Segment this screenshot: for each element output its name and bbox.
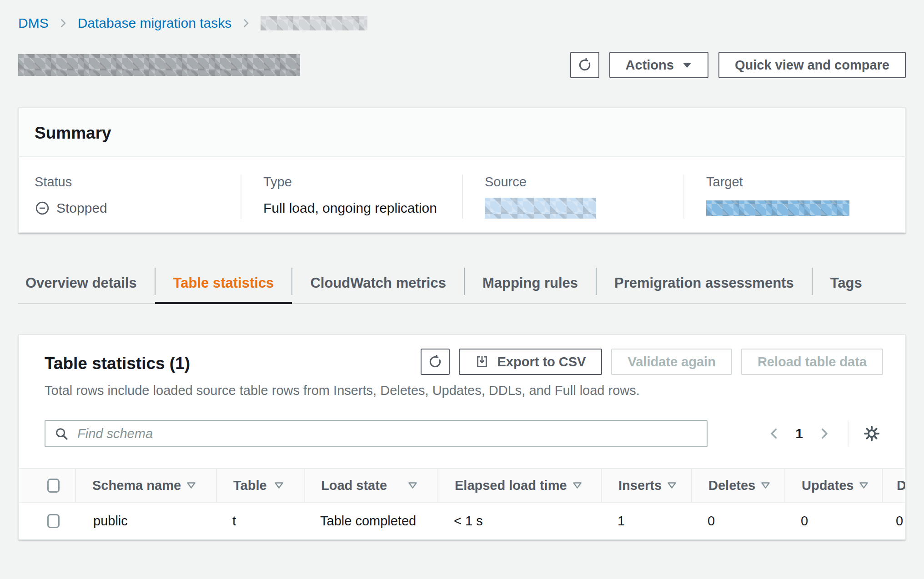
row-checkbox[interactable] [47,514,60,528]
source-value-redacted[interactable] [485,198,596,219]
refresh-button[interactable] [570,52,599,78]
breadcrumb-link-migration-tasks[interactable]: Database migration tasks [78,15,232,31]
tab-table-statistics[interactable]: Table statistics [155,266,292,303]
page-number: 1 [783,426,815,441]
actions-button[interactable]: Actions [609,52,708,78]
prev-page-button[interactable] [764,424,783,443]
column-label: Table [233,478,267,493]
target-field: Target [683,175,905,219]
schema-search-input[interactable] [76,426,699,442]
column-header-load-state[interactable]: Load state [304,469,437,502]
tab-overview-details[interactable]: Overview details [18,266,155,303]
column-label: Inserts [618,478,662,493]
column-header-elapsed-load-time[interactable]: Elapsed load time [437,469,601,502]
breadcrumb: DMS Database migration tasks [18,0,906,31]
column-label: Deletes [708,478,755,493]
summary-card-header: Summary [19,108,905,157]
column-header-updates[interactable]: Updates [784,469,882,502]
sort-icon[interactable] [667,482,677,489]
stats-table: Schema name Table Load state Elapsed loa… [19,468,905,539]
panel-actions: Export to CSV Validate again Reload tabl… [421,349,883,375]
breadcrumb-link-dms[interactable]: DMS [18,15,49,31]
source-field: Source [462,175,683,219]
type-value: Full load, ongoing replication [263,198,451,219]
search-icon [55,427,68,440]
column-label: D [897,478,906,493]
next-page-button[interactable] [815,424,834,443]
sort-icon[interactable] [859,482,869,489]
sort-icon[interactable] [186,482,196,489]
column-header-deletes[interactable]: Deletes [691,469,784,502]
source-label: Source [485,175,673,190]
sort-icon[interactable] [572,482,582,489]
panel-description: Total rows include loaded source table r… [19,383,905,398]
cell-inserts: 1 [601,514,691,529]
gear-icon [862,424,881,443]
page-header: Actions Quick view and compare [18,52,906,78]
schema-search-box [45,420,708,447]
stopped-icon [35,200,50,216]
chevron-right-icon [241,18,251,29]
panel-header: Table statistics (1) Export to CSV [19,353,905,375]
refresh-table-button[interactable] [421,349,450,375]
column-header-schema-name[interactable]: Schema name [75,469,216,502]
tab-cloudwatch-metrics[interactable]: CloudWatch metrics [292,266,464,303]
caret-down-icon [682,62,692,69]
chevron-right-icon [58,18,69,29]
column-label: Elapsed load time [455,478,567,493]
table-statistics-panel: Table statistics (1) Export to CSV [18,334,906,540]
chevron-right-icon [818,427,831,440]
cell-deletes: 0 [691,514,784,529]
column-label: Load state [321,478,387,493]
pagination: 1 [764,420,883,447]
reload-table-data-label: Reload table data [758,354,867,369]
cell-clipped: 0 [882,514,906,529]
sort-icon[interactable] [408,482,417,489]
sort-icon[interactable] [761,482,770,489]
page-title-redacted [18,54,300,76]
tab-premigration-assessments[interactable]: Premigration assessments [596,266,812,303]
column-label: Schema name [92,478,181,493]
target-value [706,198,894,219]
reload-table-data-button[interactable]: Reload table data [741,349,883,375]
tab-mapping-rules[interactable]: Mapping rules [464,266,596,303]
column-header-table[interactable]: Table [216,469,304,502]
cell-table: t [216,514,304,529]
tab-tags[interactable]: Tags [812,266,880,303]
status-value-text: Stopped [56,200,107,216]
quick-view-compare-button[interactable]: Quick view and compare [718,52,906,78]
table-header-row: Schema name Table Load state Elapsed loa… [19,468,905,503]
source-value [485,198,673,219]
header-toolbar: Actions Quick view and compare [570,52,906,78]
summary-fields: Status Stopped Type Full load, ongoing r… [19,157,905,232]
export-csv-label: Export to CSV [497,354,586,369]
preferences-button[interactable] [860,422,883,445]
target-value-redacted[interactable] [706,200,849,216]
cell-schema-name: public [75,514,216,529]
dms-task-page: DMS Database migration tasks Actions [0,0,924,540]
panel-title: Table statistics (1) [45,353,190,373]
status-label: Status [35,175,230,190]
summary-title: Summary [35,124,889,143]
select-all-checkbox[interactable] [47,479,60,493]
type-label: Type [263,175,451,190]
export-csv-button[interactable]: Export to CSV [459,349,602,375]
cell-elapsed-load-time: < 1 s [437,514,601,529]
validate-again-button[interactable]: Validate again [611,349,732,375]
target-label: Target [706,175,894,190]
summary-card: Summary Status Stopped Type Full load, o… [18,107,906,233]
type-field: Type Full load, ongoing replication [241,175,462,219]
chevron-left-icon [767,427,781,440]
cell-updates: 0 [784,514,882,529]
pagination-divider [848,420,849,447]
row-select-cell [19,514,75,528]
cell-load-state: Table completed [304,514,437,529]
column-header-inserts[interactable]: Inserts [601,469,691,502]
validate-again-label: Validate again [628,354,715,369]
sort-icon[interactable] [274,482,284,489]
refresh-icon [578,58,592,72]
download-icon [475,355,489,369]
actions-button-label: Actions [626,58,674,73]
breadcrumb-task-name-redacted[interactable] [261,16,367,30]
column-header-clipped[interactable]: D [882,469,906,502]
